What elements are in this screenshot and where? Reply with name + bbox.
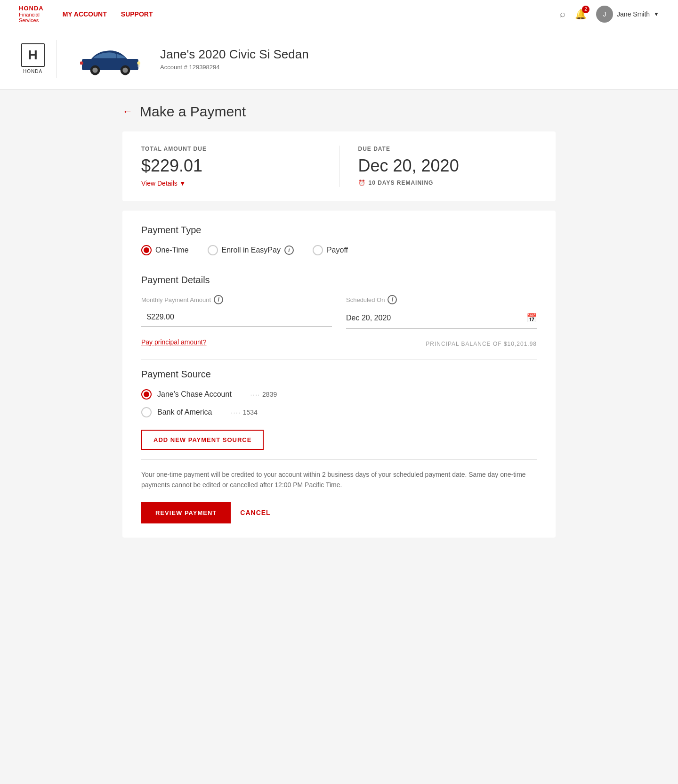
section-divider bbox=[141, 265, 537, 265]
add-payment-source-button[interactable]: ADD NEW PAYMENT SOURCE bbox=[141, 430, 264, 450]
chase-account-name: Jane's Chase Account bbox=[157, 390, 232, 399]
honda-logo: HONDA Financial Services bbox=[19, 5, 44, 23]
amount-input[interactable] bbox=[141, 308, 332, 327]
navbar: HONDA Financial Services MY ACCOUNT SUPP… bbox=[0, 0, 678, 28]
boa-account-name: Bank of America bbox=[157, 408, 212, 416]
chevron-down-icon: ▼ bbox=[654, 11, 659, 17]
boa-account-number: ···· 1534 bbox=[231, 408, 258, 416]
payment-source-section: Payment Source Jane's Chase Account ····… bbox=[141, 369, 537, 450]
option-payoff[interactable]: Payoff bbox=[313, 245, 348, 255]
summary-divider bbox=[339, 146, 339, 187]
payment-form-row: Monthly Payment Amount i Scheduled On i … bbox=[141, 295, 537, 329]
cancel-button[interactable]: CANCEL bbox=[240, 509, 270, 516]
nav-links: MY ACCOUNT SUPPORT bbox=[63, 10, 153, 18]
due-date-label: DUE DATE bbox=[358, 146, 537, 152]
due-date-value: Dec 20, 2020 bbox=[358, 156, 537, 176]
honda-emblem: H HONDA bbox=[19, 40, 56, 78]
payoff-label: Payoff bbox=[327, 246, 348, 254]
amount-label: Monthly Payment Amount bbox=[141, 296, 211, 303]
notification-badge: 2 bbox=[582, 6, 589, 13]
page-title: Make a Payment bbox=[140, 104, 246, 120]
scheduled-input-wrapper: Dec 20, 2020 📅 bbox=[346, 308, 537, 329]
search-icon[interactable]: ⌕ bbox=[560, 8, 565, 19]
scheduled-info-icon[interactable]: i bbox=[387, 295, 397, 304]
scheduled-label: Scheduled On bbox=[346, 296, 385, 303]
car-name: Jane's 2020 Civic Si Sedan bbox=[160, 47, 309, 62]
car-header: H HONDA bbox=[0, 28, 678, 90]
scheduled-value: Dec 20, 2020 bbox=[346, 314, 391, 322]
review-payment-button[interactable]: REVIEW PAYMENT bbox=[141, 502, 231, 523]
amount-field: Monthly Payment Amount i bbox=[141, 295, 332, 329]
main-content: ← Make a Payment TOTAL AMOUNT DUE $229.0… bbox=[104, 90, 574, 561]
total-amount-label: TOTAL AMOUNT DUE bbox=[141, 146, 320, 152]
svg-rect-7 bbox=[137, 65, 139, 66]
payment-source-title: Payment Source bbox=[141, 369, 537, 380]
radio-chase[interactable] bbox=[141, 389, 152, 400]
scheduled-field: Scheduled On i Dec 20, 2020 📅 bbox=[346, 295, 537, 329]
disclaimer-divider bbox=[141, 459, 537, 460]
option-easypay[interactable]: Enroll in EasyPay i bbox=[208, 245, 294, 255]
due-date-col: DUE DATE Dec 20, 2020 ⏰ 10 DAYS REMAININ… bbox=[358, 146, 537, 186]
car-illustration bbox=[71, 40, 146, 78]
nav-my-account[interactable]: MY ACCOUNT bbox=[63, 10, 107, 18]
boa-details: Bank of America ···· 1534 bbox=[157, 408, 258, 416]
pay-principal-link[interactable]: Pay principal amount? bbox=[141, 338, 207, 346]
option-one-time[interactable]: One-Time bbox=[141, 245, 189, 255]
radio-one-time[interactable] bbox=[141, 245, 152, 255]
honda-emblem-label: HONDA bbox=[23, 69, 42, 74]
payment-type-title: Payment Type bbox=[141, 225, 537, 236]
radio-boa[interactable] bbox=[141, 407, 152, 417]
amount-info-icon[interactable]: i bbox=[214, 295, 223, 304]
car-info: Jane's 2020 Civic Si Sedan Account # 129… bbox=[160, 47, 309, 71]
chevron-down-icon: ▼ bbox=[179, 180, 186, 187]
disclaimer-text: Your one-time payment will be credited t… bbox=[141, 469, 537, 490]
payment-details-section: Payment Details Monthly Payment Amount i… bbox=[141, 275, 537, 350]
notification-wrapper[interactable]: 🔔 2 bbox=[575, 8, 587, 20]
payment-summary-card: TOTAL AMOUNT DUE $229.01 View Details ▼ … bbox=[122, 131, 556, 201]
one-time-label: One-Time bbox=[155, 246, 189, 254]
svg-rect-0 bbox=[82, 59, 138, 70]
source-divider bbox=[141, 359, 537, 359]
radio-easypay[interactable] bbox=[208, 245, 218, 255]
payment-type-options: One-Time Enroll in EasyPay i Payoff bbox=[141, 245, 537, 255]
user-name: Jane Smith bbox=[617, 10, 650, 18]
total-amount-col: TOTAL AMOUNT DUE $229.01 View Details ▼ bbox=[141, 146, 320, 187]
page-title-row: ← Make a Payment bbox=[122, 104, 556, 120]
navbar-left: HONDA Financial Services MY ACCOUNT SUPP… bbox=[19, 5, 153, 23]
payment-form-card: Payment Type One-Time Enroll in EasyPay … bbox=[122, 211, 556, 538]
clock-icon: ⏰ bbox=[358, 180, 366, 186]
back-button[interactable]: ← bbox=[122, 106, 133, 118]
principal-row: Pay principal amount? PRINCIPAL BALANCE … bbox=[141, 338, 537, 350]
svg-point-2 bbox=[92, 67, 97, 73]
total-amount-value: $229.01 bbox=[141, 156, 320, 176]
source-chase[interactable]: Jane's Chase Account ···· 2839 bbox=[141, 389, 537, 400]
principal-balance: PRINCIPAL BALANCE OF $10,201.98 bbox=[426, 341, 537, 347]
chase-details: Jane's Chase Account ···· 2839 bbox=[157, 390, 277, 399]
source-boa[interactable]: Bank of America ···· 1534 bbox=[141, 407, 537, 417]
brand-honda: HONDA bbox=[19, 5, 44, 12]
easypay-info-icon[interactable]: i bbox=[284, 245, 294, 255]
svg-rect-5 bbox=[137, 61, 140, 64]
nav-support[interactable]: SUPPORT bbox=[121, 10, 153, 18]
days-remaining: ⏰ 10 DAYS REMAINING bbox=[358, 180, 537, 186]
navbar-right: ⌕ 🔔 2 J Jane Smith ▼ bbox=[560, 6, 659, 23]
account-number: Account # 129398294 bbox=[160, 64, 309, 71]
view-details-link[interactable]: View Details ▼ bbox=[141, 180, 320, 187]
svg-rect-6 bbox=[80, 61, 83, 64]
brand-services: Services bbox=[19, 17, 39, 23]
calendar-icon[interactable]: 📅 bbox=[526, 313, 537, 323]
brand-financial: Financial bbox=[19, 12, 40, 17]
easypay-label: Enroll in EasyPay bbox=[222, 246, 281, 254]
car-image bbox=[66, 40, 151, 78]
payment-type-section: Payment Type One-Time Enroll in EasyPay … bbox=[141, 225, 537, 255]
payment-summary: TOTAL AMOUNT DUE $229.01 View Details ▼ … bbox=[141, 146, 537, 187]
payment-details-title: Payment Details bbox=[141, 275, 537, 286]
avatar: J bbox=[596, 6, 613, 23]
form-actions: REVIEW PAYMENT CANCEL bbox=[141, 502, 537, 523]
svg-point-4 bbox=[122, 67, 128, 73]
radio-payoff[interactable] bbox=[313, 245, 323, 255]
chase-account-number: ···· 2839 bbox=[250, 391, 277, 398]
user-info[interactable]: J Jane Smith ▼ bbox=[596, 6, 659, 23]
honda-h-badge: H bbox=[21, 43, 45, 67]
